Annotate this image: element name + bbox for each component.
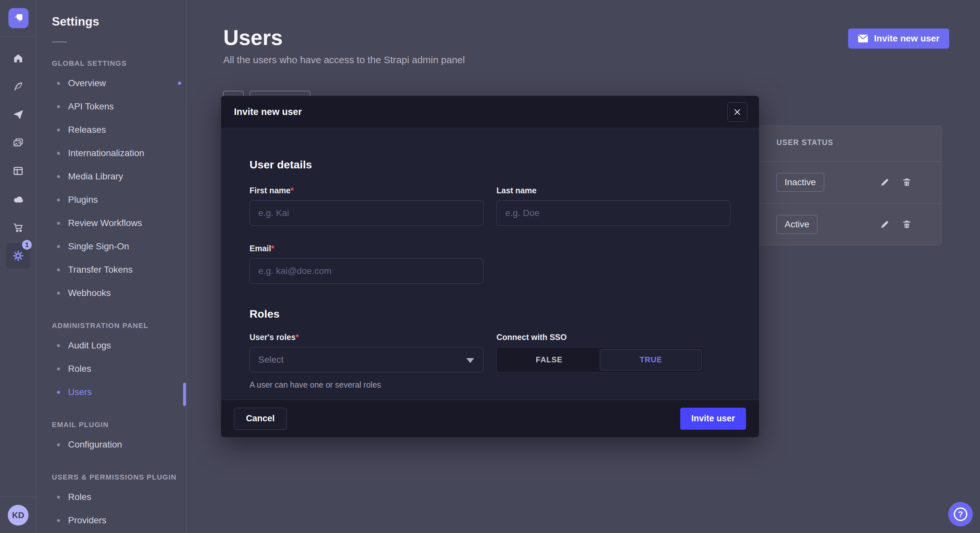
settings-badge: 1 (22, 240, 32, 250)
settings-gear-icon[interactable]: 1 (6, 243, 30, 268)
email-input[interactable] (250, 259, 484, 284)
strapi-logo[interactable] (8, 8, 29, 28)
bullet-icon (57, 496, 60, 499)
sidebar-item-label: Media Library (68, 171, 123, 182)
invite-new-user-label: Invite new user (874, 33, 940, 44)
sidebar-item-audit-logs[interactable]: Audit Logs (52, 334, 186, 357)
bullet-icon (57, 198, 60, 201)
nav-list-global: Overview API Tokens Releases Internation… (52, 71, 186, 305)
settings-title-underline (52, 41, 67, 43)
content-manager-icon[interactable] (6, 72, 30, 100)
email-label: Email* (250, 244, 484, 253)
settings-sidebar: Settings GLOBAL SETTINGS Overview API To… (37, 0, 187, 533)
envelope-icon (858, 34, 868, 43)
deploy-cloud-icon[interactable] (6, 185, 30, 213)
home-icon[interactable] (6, 44, 30, 72)
sidebar-item-providers[interactable]: Providers (52, 509, 186, 532)
close-icon[interactable] (727, 102, 747, 122)
modal-footer: Cancel Invite user (221, 400, 759, 437)
bullet-icon (57, 245, 60, 248)
content-type-builder-icon[interactable] (6, 157, 30, 185)
sidebar-item-api-tokens[interactable]: API Tokens (52, 95, 186, 118)
modal-header: Invite new user (221, 96, 759, 128)
sidebar-item-label: Webhooks (68, 288, 111, 298)
edit-pencil-icon[interactable] (878, 218, 891, 231)
nav-section-global-settings: GLOBAL SETTINGS (52, 59, 186, 68)
modal-title: Invite new user (234, 106, 302, 117)
delete-trash-icon[interactable] (900, 176, 913, 189)
avatar[interactable]: KD (8, 505, 29, 525)
sidebar-item-plugins[interactable]: Plugins (52, 188, 186, 211)
status-badge: Inactive (776, 173, 824, 192)
chevron-down-icon (466, 358, 474, 363)
sidebar-item-up-roles[interactable]: Roles (52, 485, 186, 509)
name-fields-row: First name* Last name (250, 186, 730, 226)
sidebar-item-label: Roles (68, 364, 91, 374)
last-name-label: Last name (496, 186, 730, 195)
modal-body: User details First name* Last name Email… (221, 128, 759, 390)
bullet-icon (57, 391, 60, 394)
sso-field-group: Connect with SSO FALSE TRUE (496, 333, 730, 390)
bullet-icon (57, 268, 60, 271)
sidebar-item-label: Transfer Tokens (68, 265, 132, 275)
nav-section-email-plugin: EMAIL PLUGIN (52, 420, 186, 429)
bullet-icon (57, 82, 60, 85)
rail-avatar-section: KD (0, 496, 36, 533)
bullet-icon (57, 105, 60, 108)
sidebar-item-label: Configuration (68, 439, 122, 450)
connect-with-sso-label: Connect with SSO (496, 333, 730, 342)
nav-list-users-permissions: Roles Providers (52, 485, 186, 532)
users-roles-field-group: User's roles* Select A user can have one… (250, 333, 484, 390)
sidebar-item-webhooks[interactable]: Webhooks (52, 281, 186, 305)
sidebar-item-label: Audit Logs (68, 340, 111, 351)
required-asterisk: * (296, 333, 299, 342)
rail-logo-section (0, 0, 36, 36)
last-name-input[interactable] (496, 200, 730, 226)
select-placeholder: Select (258, 355, 283, 365)
cancel-button[interactable]: Cancel (234, 408, 287, 430)
roles-hint: A user can have one or several roles (250, 380, 484, 390)
bullet-icon (57, 175, 60, 178)
sidebar-item-label: Providers (68, 515, 106, 525)
sidebar-item-internationalization[interactable]: Internationalization (52, 141, 186, 165)
bullet-icon (57, 152, 60, 155)
marketplace-cart-icon[interactable] (6, 213, 30, 241)
sidebar-item-label: Overview (68, 78, 106, 89)
delete-trash-icon[interactable] (900, 218, 913, 231)
invite-new-user-button[interactable]: Invite new user (848, 29, 949, 49)
sidebar-item-configuration[interactable]: Configuration (52, 433, 186, 456)
status-badge: Active (776, 215, 817, 234)
users-roles-label: User's roles* (250, 333, 484, 342)
sso-toggle-false[interactable]: FALSE (498, 349, 600, 370)
sidebar-item-single-sign-on[interactable]: Single Sign-On (52, 235, 186, 258)
sidebar-item-overview[interactable]: Overview (52, 71, 186, 95)
roles-row: User's roles* Select A user can have one… (250, 333, 730, 390)
help-button[interactable]: ? (948, 502, 973, 527)
required-asterisk: * (271, 244, 275, 253)
rail-icon-list: 1 (0, 44, 36, 268)
settings-sidebar-title: Settings (52, 15, 186, 29)
users-roles-select[interactable]: Select (250, 347, 484, 373)
bullet-icon (57, 292, 60, 295)
sidebar-item-label: Users (68, 387, 92, 397)
sidebar-item-label: Releases (68, 125, 106, 135)
icon-rail: 1 KD (0, 0, 36, 533)
sidebar-scrollbar-thumb[interactable] (183, 383, 186, 406)
sidebar-item-label: Internationalization (68, 148, 144, 159)
sso-toggle-true[interactable]: TRUE (600, 349, 702, 370)
sidebar-item-transfer-tokens[interactable]: Transfer Tokens (52, 258, 186, 281)
last-name-field-group: Last name (496, 186, 730, 226)
strapi-logo-glyph (13, 13, 24, 24)
sidebar-item-media-library[interactable]: Media Library (52, 165, 186, 188)
media-library-icon[interactable] (6, 128, 30, 157)
sidebar-item-label: Plugins (68, 195, 98, 205)
sidebar-item-users[interactable]: Users (52, 381, 186, 404)
sidebar-item-admin-roles[interactable]: Roles (52, 357, 186, 381)
sidebar-item-releases[interactable]: Releases (52, 118, 186, 141)
first-name-input[interactable] (250, 200, 484, 226)
invite-user-submit-button[interactable]: Invite user (680, 408, 746, 430)
sidebar-item-review-workflows[interactable]: Review Workflows (52, 211, 186, 235)
edit-pencil-icon[interactable] (878, 176, 891, 189)
page-subtitle: All the users who have access to the Str… (223, 54, 465, 65)
release-icon[interactable] (6, 100, 30, 128)
